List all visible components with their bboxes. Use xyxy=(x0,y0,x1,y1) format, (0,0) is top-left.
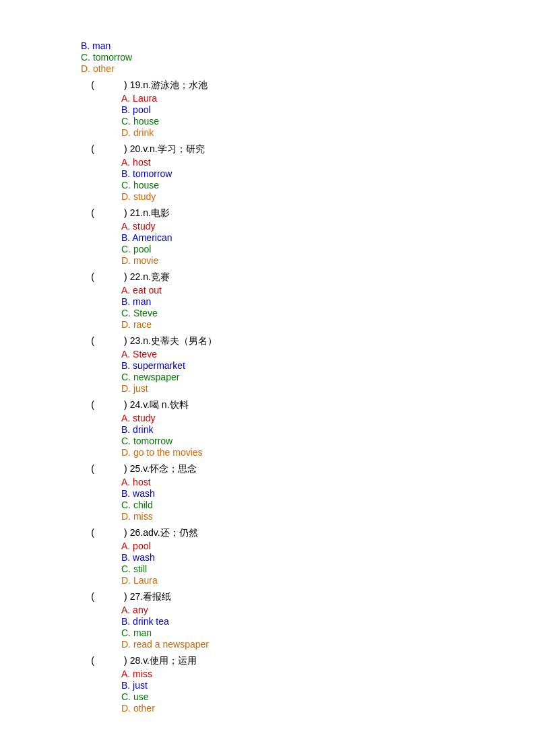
answer-blank[interactable] xyxy=(97,335,124,346)
option-text-26-b: B. wash xyxy=(121,552,155,563)
paren-open: ( xyxy=(81,335,94,346)
option-22-a: A. eat out xyxy=(121,285,535,296)
option-text-23-a: A. Steve xyxy=(121,349,157,359)
option-text-27-a: A. any xyxy=(121,605,148,615)
option-text-26-a: A. pool xyxy=(121,541,151,551)
question-text: 19.n.游泳池；水池 xyxy=(130,79,208,92)
option-text-24-b: B. drink xyxy=(121,424,153,435)
question-28: ( )28.v.使用；运用A. missB. justC. useD. othe… xyxy=(81,655,535,714)
options-22: A. eat outB. manC. SteveD. race xyxy=(121,285,535,330)
options-28: A. missB. justC. useD. other xyxy=(121,668,535,714)
option-24-d: D. go to the movies xyxy=(121,447,535,458)
question-row-19: ( )19.n.游泳池；水池 xyxy=(81,79,535,92)
paren-close: ) xyxy=(124,335,127,346)
option-25-d: D. miss xyxy=(121,511,535,522)
paren-open: ( xyxy=(81,399,94,410)
option-19-c: C. house xyxy=(121,116,535,127)
option-text-23-c: C. newspaper xyxy=(121,372,179,382)
option-text-19-d: D. drink xyxy=(121,127,154,138)
answer-blank[interactable] xyxy=(97,399,124,410)
paren-open: ( xyxy=(81,79,94,90)
answer-blank[interactable] xyxy=(97,655,124,666)
option-20-b: B. tomorrow xyxy=(121,168,535,179)
option-22-c: C. Steve xyxy=(121,308,535,318)
option-21-b: B. American xyxy=(121,232,535,243)
question-22: ( )22.n.竞赛A. eat outB. manC. SteveD. rac… xyxy=(81,271,535,330)
option-text-27-b: B. drink tea xyxy=(121,616,169,627)
answer-blank[interactable] xyxy=(97,79,124,90)
options-19: A. LauraB. poolC. houseD. drink xyxy=(121,93,535,138)
option-22-d: D. race xyxy=(121,319,535,330)
question-row-24: ( )24.v.喝 n.饮料 xyxy=(81,399,535,411)
option-21-a: A. study xyxy=(121,221,535,232)
option-text-25-b: B. wash xyxy=(121,488,155,499)
option-21-d: D. movie xyxy=(121,255,535,266)
paren-close: ) xyxy=(124,271,127,282)
question-text: 28.v.使用；运用 xyxy=(130,655,197,667)
option-23-c: C. newspaper xyxy=(121,372,535,382)
paren-close: ) xyxy=(124,527,127,538)
option-text-23-b: B. supermarket xyxy=(121,360,185,371)
option-20-c: C. house xyxy=(121,180,535,191)
option-text-25-d: D. miss xyxy=(121,511,153,522)
option-23-d: D. just xyxy=(121,383,535,394)
option-text-22-b: B. man xyxy=(121,296,151,307)
paren-open: ( xyxy=(81,207,94,218)
option-26-a: A. pool xyxy=(121,541,535,551)
option-text-22-d: D. race xyxy=(121,319,152,330)
question-row-28: ( )28.v.使用；运用 xyxy=(81,655,535,667)
answer-blank[interactable] xyxy=(97,271,124,282)
option-28-a: A. miss xyxy=(121,668,535,679)
answer-blank[interactable] xyxy=(97,463,124,474)
option-25-c: C. child xyxy=(121,500,535,510)
answer-blank[interactable] xyxy=(97,207,124,218)
option-20-a: A. host xyxy=(121,157,535,168)
option-26-b: B. wash xyxy=(121,552,535,563)
options-27: A. anyB. drink teaC. manD. read a newspa… xyxy=(121,605,535,650)
answer-blank[interactable] xyxy=(97,591,124,602)
question-text: 24.v.喝 n.饮料 xyxy=(130,399,189,411)
option-text-25-c: C. child xyxy=(121,500,153,510)
question-text: 27.看报纸 xyxy=(130,591,171,603)
question-row-21: ( )21.n.电影 xyxy=(81,207,535,219)
question-row-23: ( )23.n.史蒂夫（男名） xyxy=(81,335,535,347)
option-23-a: A. Steve xyxy=(121,349,535,359)
question-row-26: ( )26.adv.还；仍然 xyxy=(81,527,535,539)
paren-close: ) xyxy=(124,399,127,410)
option-text-23-d: D. just xyxy=(121,383,148,394)
option-19-b: B. pool xyxy=(121,104,535,115)
question-21: ( )21.n.电影A. studyB. AmericanC. poolD. m… xyxy=(81,207,535,266)
answer-blank[interactable] xyxy=(97,527,124,538)
option-text-19-a: A. Laura xyxy=(121,93,157,104)
option-text-20-d: D. study xyxy=(121,191,156,202)
option-text-21-a: A. study xyxy=(121,221,156,232)
options-26: A. poolB. washC. stillD. Laura xyxy=(121,541,535,586)
answer-blank[interactable] xyxy=(97,143,124,154)
paren-open: ( xyxy=(81,143,94,154)
options-20: A. hostB. tomorrowC. houseD. study xyxy=(121,157,535,202)
paren-close: ) xyxy=(124,207,127,218)
option-text-21-d: D. movie xyxy=(121,255,158,266)
question-26: ( )26.adv.还；仍然A. poolB. washC. stillD. L… xyxy=(81,527,535,586)
option-23-b: B. supermarket xyxy=(121,360,535,371)
option-text-20-b: B. tomorrow xyxy=(121,168,172,179)
option-text-20-a: A. host xyxy=(121,157,151,168)
option-22-b: B. man xyxy=(121,296,535,307)
option-text-25-a: A. host xyxy=(121,477,151,487)
loose-items: B. man C. tomorrow D. other xyxy=(81,40,535,74)
option-20-d: D. study xyxy=(121,191,535,202)
question-25: ( )25.v.怀念；思念A. hostB. washC. childD. mi… xyxy=(81,463,535,522)
question-text: 21.n.电影 xyxy=(130,207,170,219)
option-text-28-a: A. miss xyxy=(121,668,152,679)
option-text-24-d: D. go to the movies xyxy=(121,447,203,458)
option-25-a: A. host xyxy=(121,477,535,487)
option-27-c: C. man xyxy=(121,627,535,638)
question-20: ( )20.v.n.学习；研究A. hostB. tomorrowC. hous… xyxy=(81,143,535,202)
option-text-26-c: C. still xyxy=(121,563,147,574)
question-text: 22.n.竞赛 xyxy=(130,271,170,283)
option-text-21-b: B. American xyxy=(121,232,172,243)
option-text-27-d: D. read a newspaper xyxy=(121,639,209,650)
option-text-28-d: D. other xyxy=(121,703,155,714)
option-text-24-a: A. study xyxy=(121,413,156,423)
questions-list: ( )19.n.游泳池；水池A. LauraB. poolC. houseD. … xyxy=(81,79,535,714)
